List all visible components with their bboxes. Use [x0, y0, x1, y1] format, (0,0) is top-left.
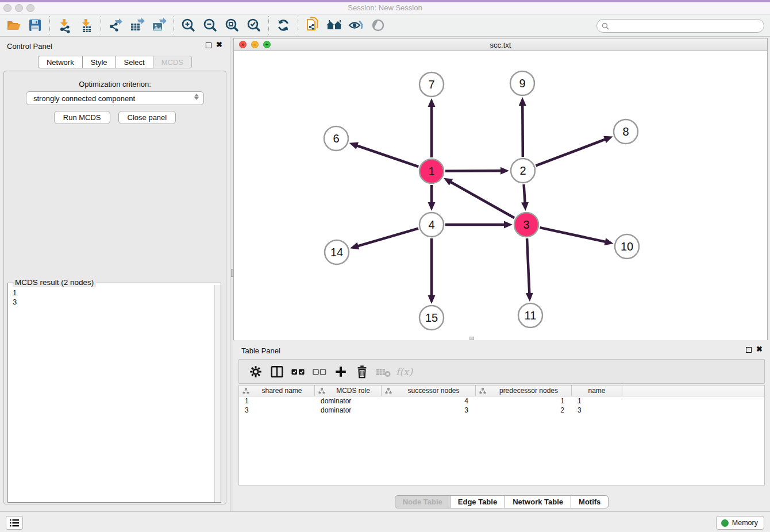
tab-mcds[interactable]: MCDS	[153, 56, 192, 68]
tab-style[interactable]: Style	[82, 56, 116, 68]
split-columns-icon[interactable]	[266, 361, 287, 382]
table-toolbar: f(x)	[238, 359, 765, 384]
result-scrollbar[interactable]	[214, 285, 221, 502]
mcds-result-box: MCDS result (2 nodes) 1 3	[7, 283, 221, 503]
close-panel-button[interactable]: Close panel	[118, 111, 176, 124]
column-header-predecessor-nodes[interactable]: predecessor nodes	[476, 385, 572, 396]
graph-arrowhead	[504, 221, 513, 229]
criterion-value: strongly connected component	[33, 94, 135, 103]
tab-select[interactable]: Select	[116, 56, 153, 68]
float-panel-icon[interactable]	[206, 43, 211, 48]
cell-shared-name[interactable]: 1	[239, 396, 315, 406]
cell-mcds-role[interactable]: dominator	[315, 396, 382, 406]
graph-arrowhead	[350, 242, 359, 249]
zoom-in-icon[interactable]	[178, 16, 199, 35]
graph-edge-3-11[interactable]	[527, 238, 529, 294]
trash-icon[interactable]	[351, 361, 372, 382]
cell-mcds-role[interactable]: dominator	[315, 406, 382, 415]
mcds-result-text[interactable]: 1 3	[8, 285, 214, 502]
graph-edge-2-3[interactable]	[524, 184, 525, 203]
cell-name[interactable]: 1	[572, 396, 622, 406]
network-window-titlebar[interactable]: × − + scc.txt	[234, 38, 767, 51]
graph-arrowhead	[603, 136, 613, 143]
graph-arrowhead	[526, 293, 533, 302]
column-header-successor-nodes[interactable]: successor nodes	[382, 385, 476, 396]
table-panel-title: Table Panel	[241, 346, 280, 355]
function-icon[interactable]: f(x)	[394, 361, 415, 382]
optimization-criterion-label: Optimization criterion:	[4, 80, 226, 88]
delete-column-icon[interactable]	[372, 361, 394, 382]
documents-share-icon[interactable]	[302, 16, 324, 35]
tab-network[interactable]: Network	[38, 56, 83, 68]
column-header-name[interactable]: name	[572, 385, 622, 396]
export-image-icon[interactable]	[148, 16, 170, 35]
network-window: × − + scc.txt 1234678910111415	[233, 38, 768, 340]
graph-edge-2-9[interactable]	[522, 105, 523, 157]
graph-node-label: 3	[523, 218, 529, 231]
network-graph[interactable]: 1234678910111415	[234, 51, 767, 340]
table-row[interactable]: 3 dominator 3 2 3	[239, 406, 764, 415]
zoom-selected-icon[interactable]	[243, 16, 265, 35]
criterion-select[interactable]: strongly connected component	[26, 91, 204, 105]
open-folder-icon[interactable]	[2, 16, 24, 35]
main-toolbar	[0, 14, 770, 37]
gear-icon[interactable]	[245, 361, 266, 382]
search-input[interactable]	[612, 22, 764, 30]
main-titlebar: Session: New Session	[0, 0, 770, 14]
export-table-icon[interactable]	[126, 16, 148, 35]
cell-shared-name[interactable]: 3	[239, 406, 315, 415]
network-canvas[interactable]: 1234678910111415	[234, 51, 767, 340]
task-history-button[interactable]	[6, 516, 23, 530]
graph-node-label: 2	[519, 164, 526, 177]
close-table-panel-icon[interactable]: ✖	[756, 345, 763, 353]
save-icon[interactable]	[24, 16, 46, 35]
mcds-result-line: 1	[13, 288, 214, 298]
select-all-checkboxes-icon[interactable]	[287, 361, 309, 382]
cell-predecessor-nodes[interactable]: 1	[476, 396, 572, 406]
column-header-mcds-role[interactable]: MCDS role	[315, 385, 382, 396]
statusbar: Memory	[0, 511, 770, 532]
titlebar-accent-strip	[0, 0, 770, 2]
tab-network-table[interactable]: Network Table	[505, 495, 571, 508]
memory-status-icon	[721, 519, 729, 527]
window-title: Session: New Session	[0, 3, 770, 12]
graph-edge-1-6[interactable]	[356, 145, 418, 167]
run-mcds-button[interactable]: Run MCDS	[54, 111, 110, 124]
cell-predecessor-nodes[interactable]: 2	[476, 406, 572, 415]
column-header-shared-name[interactable]: shared name	[239, 385, 315, 396]
graph-edge-1-2[interactable]	[445, 171, 502, 171]
graph-node-label: 6	[333, 132, 339, 145]
graph-arrowhead	[605, 238, 614, 245]
import-network-icon[interactable]	[53, 16, 75, 35]
homes-icon[interactable]	[324, 16, 345, 35]
graph-edge-4-14[interactable]	[357, 229, 418, 246]
mcds-result-line: 3	[13, 298, 214, 307]
chevron-up-down-icon	[194, 94, 199, 100]
tab-node-table[interactable]: Node Table	[395, 495, 451, 508]
hide-graphics-details-icon[interactable]	[345, 16, 367, 35]
refresh-icon[interactable]	[272, 16, 294, 35]
add-icon[interactable]	[330, 361, 351, 382]
graph-edge-3-1[interactable]	[450, 182, 514, 218]
zoom-fit-icon[interactable]	[221, 16, 243, 35]
zoom-out-icon[interactable]	[199, 16, 221, 35]
cell-name[interactable]: 3	[572, 406, 622, 415]
tab-motifs[interactable]: Motifs	[571, 495, 609, 508]
table-row[interactable]: 1 dominator 4 1 1	[239, 396, 764, 406]
cell-successor-nodes[interactable]: 4	[382, 396, 476, 406]
float-table-panel-icon[interactable]	[746, 347, 752, 353]
canvas-splitter-grip[interactable]	[469, 337, 474, 340]
hierarchy-icon	[385, 388, 392, 394]
import-table-icon[interactable]	[75, 16, 97, 35]
deselect-checkboxes-icon[interactable]	[309, 361, 330, 382]
cell-successor-nodes[interactable]: 3	[382, 406, 476, 415]
close-panel-icon[interactable]: ✖	[216, 41, 222, 49]
export-network-icon[interactable]	[105, 16, 126, 35]
table-panel: Table Panel ✖ f(x) shared name MCDS role…	[233, 341, 770, 511]
tab-edge-table[interactable]: Edge Table	[450, 495, 505, 508]
graph-edge-2-8[interactable]	[536, 139, 606, 165]
graph-edge-3-10[interactable]	[540, 228, 606, 242]
graph-arrowhead	[500, 167, 509, 175]
memory-button[interactable]: Memory	[716, 516, 764, 530]
birds-eye-view-icon[interactable]	[367, 16, 389, 35]
